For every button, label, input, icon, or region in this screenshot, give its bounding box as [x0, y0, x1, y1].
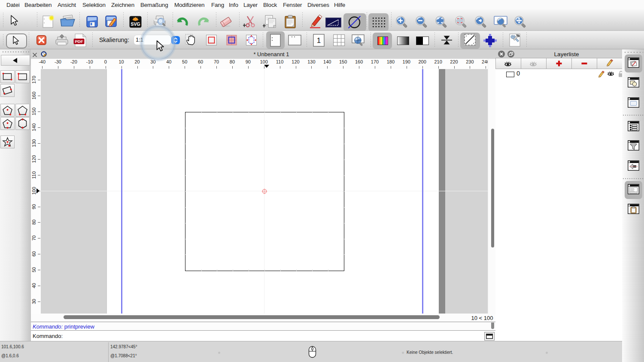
svg-text:SVG: SVG: [131, 21, 140, 27]
svg-text:PDF: PDF: [75, 39, 83, 44]
svg-text:1: 1: [317, 36, 321, 45]
